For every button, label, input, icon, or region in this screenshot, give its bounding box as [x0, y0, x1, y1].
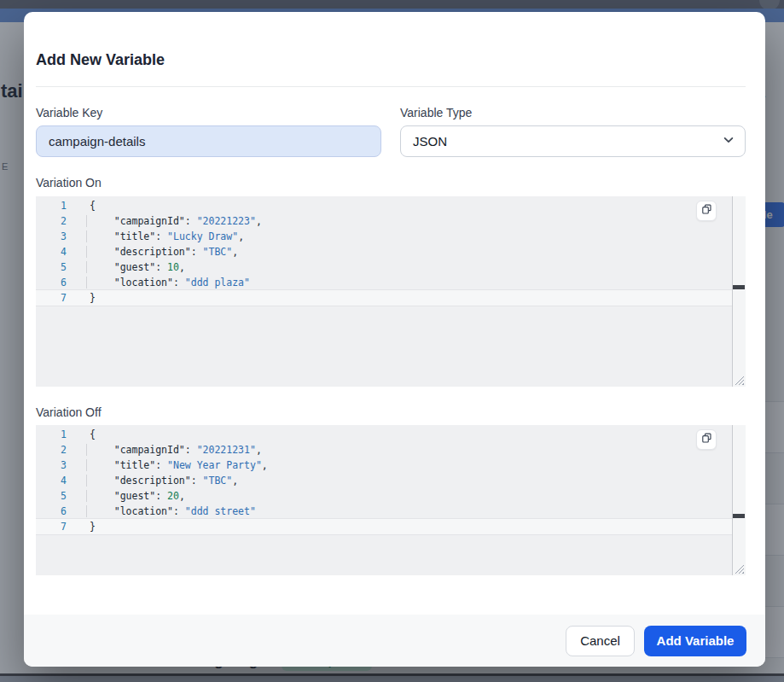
code-line: 3 "title": "Lucky Draw", — [36, 229, 732, 244]
variable-type-select[interactable]: JSON — [400, 125, 746, 157]
add-variable-modal: Add New Variable Variable Key Variable T… — [24, 12, 765, 667]
code-line: 4 "description": "TBC", — [36, 473, 732, 488]
code-line: 5 "guest": 20, — [36, 488, 732, 504]
code-line: 7} — [36, 519, 732, 534]
code-line: 4 "description": "TBC", — [36, 244, 732, 259]
screen: tai 4 A E Ne s a ee l Users & Targeting … — [0, 0, 784, 682]
copy-icon — [701, 432, 712, 447]
code-line: 3 "title": "New Year Party", — [36, 458, 732, 473]
scrollbar-track[interactable] — [732, 196, 746, 387]
code-line: 6 "location": "ddd street" — [36, 504, 732, 519]
code-line: 1{ — [36, 198, 732, 213]
copy-button[interactable] — [696, 201, 717, 221]
scrollbar-thumb[interactable] — [733, 514, 745, 518]
copy-icon — [701, 203, 712, 219]
variable-key-input[interactable] — [36, 125, 381, 157]
variation-on-label: Variation On — [36, 176, 102, 189]
add-variable-button[interactable]: Add Variable — [644, 626, 746, 656]
divider — [36, 86, 746, 87]
code-line: 1{ — [36, 427, 732, 442]
code-line: 6 "location": "ddd plaza" — [36, 275, 732, 290]
modal-footer: Cancel Add Variable — [24, 615, 765, 667]
copy-button[interactable] — [696, 429, 717, 450]
cancel-button[interactable]: Cancel — [566, 626, 635, 656]
code-line: 2 "campaignId": "20221231", — [36, 442, 732, 458]
scrollbar-track[interactable] — [732, 425, 746, 575]
chevron-down-icon — [723, 134, 735, 149]
code-line: 5 "guest": 10, — [36, 259, 732, 275]
variable-key-label: Variable Key — [36, 106, 102, 119]
code-line: 2 "campaignId": "20221223", — [36, 213, 732, 229]
code-line: 7} — [36, 290, 732, 306]
scrollbar-thumb[interactable] — [733, 285, 745, 289]
variation-off-editor[interactable]: 1{2 "campaignId": "20221231",3 "title": … — [36, 425, 746, 575]
code-content: 1{2 "campaignId": "20221223",3 "title": … — [36, 198, 732, 306]
variable-type-label: Variable Type — [400, 106, 472, 119]
variation-off-label: Variation Off — [36, 405, 102, 419]
variable-type-value: JSON — [413, 134, 447, 149]
variation-on-editor[interactable]: 1{2 "campaignId": "20221223",3 "title": … — [36, 196, 746, 387]
code-content: 1{2 "campaignId": "20221231",3 "title": … — [36, 427, 732, 534]
modal-title: Add New Variable — [36, 51, 165, 69]
